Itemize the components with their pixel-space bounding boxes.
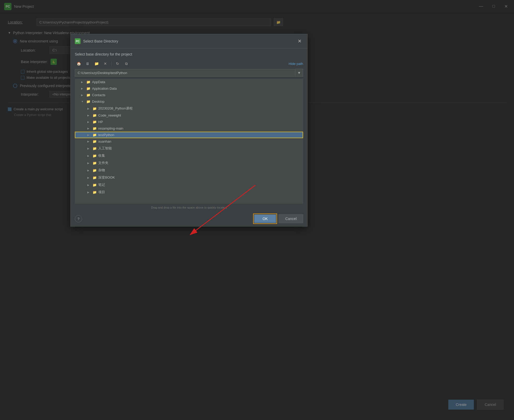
- tree-label-appdata: AppData: [92, 80, 105, 84]
- tree-label-desktop: Desktop: [92, 100, 105, 104]
- folder-icon: 📁: [86, 100, 90, 104]
- tree-item-ai[interactable]: ▶ 📁 人工智能: [75, 145, 303, 152]
- tree-item-python2023[interactable]: ▶ 📁 20230208_Python课程: [75, 105, 303, 112]
- folder-icon: 📁: [93, 126, 97, 130]
- folder-icon: 📁: [93, 107, 97, 111]
- folder-icon: 📁: [93, 147, 97, 150]
- ok-button[interactable]: OK: [254, 215, 276, 223]
- tree-label-hp: HP: [98, 120, 103, 124]
- tree-label-folder: 文件夹: [98, 161, 108, 165]
- dialog-title-bar: PC Select Base Directory ✕: [71, 34, 307, 48]
- chevron-right-icon: ▶: [87, 107, 91, 110]
- home-button[interactable]: 🏠: [75, 60, 83, 67]
- tree-item-resampling[interactable]: ▶ 📁 resampling-main: [75, 125, 303, 132]
- chevron-right-icon: ▶: [87, 114, 91, 117]
- dialog-close-button[interactable]: ✕: [296, 38, 303, 45]
- dialog-cancel-button[interactable]: Cancel: [279, 214, 303, 223]
- dialog-app-icon: PC: [75, 38, 81, 44]
- folder-icon: 📁: [93, 154, 97, 158]
- tree-label-contacts: Contacts: [92, 93, 105, 97]
- tree-item-folder[interactable]: ▶ 📁 文件夹: [75, 159, 303, 167]
- tree-label-python2023: 20230208_Python课程: [98, 106, 133, 111]
- hide-path-button[interactable]: Hide path: [289, 62, 303, 66]
- folder-icon: 📁: [93, 120, 97, 124]
- delete-button[interactable]: ✕: [101, 60, 109, 67]
- chevron-right-icon: ▶: [87, 133, 91, 136]
- tree-label-resampling: resampling-main: [98, 126, 123, 130]
- tree-item-testpython[interactable]: ▶ 📁 testPython: [75, 132, 303, 138]
- refresh-button[interactable]: ↻: [114, 60, 121, 67]
- chevron-right-icon: ▶: [87, 147, 91, 150]
- dialog-subtitle: Select base directory for the project: [71, 48, 307, 58]
- tree-item-appdata[interactable]: ▶ 📁 AppData: [75, 79, 303, 85]
- dialog-footer: ? OK Cancel: [71, 211, 307, 226]
- folder-icon: 📁: [93, 161, 97, 165]
- tree-item-hp[interactable]: ▶ 📁 HP: [75, 119, 303, 125]
- chevron-right-icon: ▶: [87, 176, 91, 179]
- folder-icon: 📁: [93, 133, 97, 137]
- folder-icon: 📁: [93, 168, 97, 172]
- path-dropdown-button[interactable]: ▼: [295, 69, 303, 77]
- tree-item-notes[interactable]: ▶ 📁 笔记: [75, 181, 303, 188]
- folder-icon: 📁: [93, 183, 97, 187]
- path-input[interactable]: [75, 69, 295, 77]
- chevron-right-icon: ▶: [87, 127, 91, 130]
- chevron-right-icon: ▶: [87, 191, 91, 194]
- tree-item-contacts[interactable]: ▶ 📁 Contacts: [75, 92, 303, 98]
- tree-label-misc: 杂物: [98, 168, 105, 173]
- tree-label-codereweight: Code_reweight: [98, 113, 121, 117]
- desktop-button[interactable]: 🖥: [84, 60, 91, 67]
- tree-label-ai: 人工智能: [98, 146, 112, 151]
- folder-icon: 📁: [93, 176, 97, 180]
- file-tree[interactable]: ▶ 📁 AppData ▶ 📁 Application Data ▶ 📁 Con…: [75, 79, 303, 204]
- chevron-right-icon: ▶: [81, 94, 85, 96]
- tree-label-testpython: testPython: [98, 133, 114, 137]
- chevron-right-icon: ▶: [81, 87, 85, 90]
- tree-item-desktop[interactable]: ▼ 📁 Desktop: [75, 98, 303, 105]
- tree-label-deepbook: 深度BOOK: [98, 175, 115, 180]
- tree-label-project: 项目: [98, 190, 105, 194]
- tree-item-codereweight[interactable]: ▶ 📁 Code_reweight: [75, 112, 303, 119]
- tree-item-appdata2[interactable]: ▶ 📁 Application Data: [75, 85, 303, 92]
- tree-item-misc[interactable]: ▶ 📁 杂物: [75, 167, 303, 174]
- folder-icon: 📁: [86, 87, 90, 90]
- tree-item-project[interactable]: ▶ 📁 项目: [75, 188, 303, 196]
- tree-label-xuanhan: xuanhan: [98, 139, 111, 143]
- copy-button[interactable]: ⧉: [123, 60, 130, 67]
- chevron-right-icon: ▶: [87, 169, 91, 172]
- tree-item-collect[interactable]: ▶ 📁 收集: [75, 152, 303, 159]
- chevron-right-icon: ▶: [87, 140, 91, 143]
- tree-item-xuanhan[interactable]: ▶ 📁 xuanhan: [75, 138, 303, 145]
- chevron-down-icon: ▼: [81, 100, 85, 103]
- chevron-right-icon: ▶: [87, 162, 91, 165]
- new-folder-button[interactable]: 📁: [93, 60, 100, 67]
- chevron-right-icon: ▶: [87, 154, 91, 157]
- folder-icon: 📁: [93, 139, 97, 143]
- dialog-toolbar: 🏠 🖥 📁 ✕ ↻ ⧉ Hide path: [71, 58, 307, 69]
- tree-item-deepbook[interactable]: ▶ 📁 深度BOOK: [75, 174, 303, 181]
- chevron-right-icon: ▶: [87, 184, 91, 186]
- drag-hint: Drag and drop a file into the space abov…: [71, 204, 307, 211]
- folder-icon: 📁: [86, 93, 90, 97]
- folder-icon: 📁: [93, 113, 97, 117]
- tree-label-collect: 收集: [98, 153, 105, 158]
- help-button[interactable]: ?: [75, 215, 82, 222]
- folder-icon: 📁: [86, 80, 90, 84]
- chevron-right-icon: ▶: [81, 81, 85, 83]
- folder-icon: 📁: [93, 190, 97, 194]
- chevron-right-icon: ▶: [87, 120, 91, 123]
- dialog-title: Select Base Directory: [83, 39, 118, 43]
- select-base-directory-dialog: PC Select Base Directory ✕ Select base d…: [70, 34, 308, 227]
- toolbar-separator: [111, 61, 112, 66]
- tree-label-appdata2: Application Data: [92, 87, 117, 90]
- tree-label-notes: 笔记: [98, 182, 105, 187]
- path-bar: ▼: [75, 69, 303, 77]
